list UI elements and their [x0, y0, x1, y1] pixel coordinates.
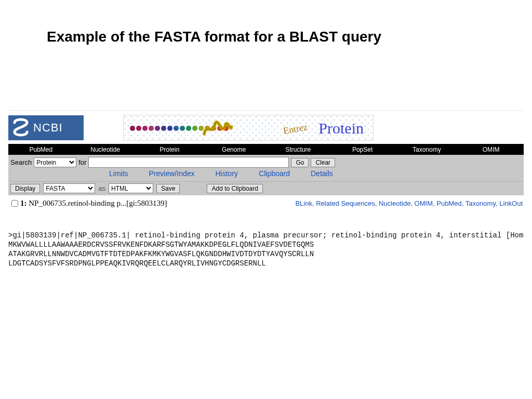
bead-icon [180, 126, 185, 131]
header-row: NCBI Entrez Protein [8, 111, 524, 144]
subnav-limits[interactable]: Limits [109, 169, 128, 178]
fasta-seq-line: ATAKGRVRLLNNWDVCADMVGTFTDTEDPAKFKMKYWGVA… [8, 250, 314, 258]
protein-ribbon-icon [202, 116, 233, 139]
bead-icon [130, 126, 135, 131]
display-button[interactable]: Display [10, 184, 40, 193]
result-title-accession: NP_006735. [29, 199, 68, 208]
render-select[interactable]: HTML [109, 183, 153, 193]
ncbi-logo-text: NCBI [33, 121, 63, 135]
primary-nav: PubMedNucleotideProteinGenomeStructurePo… [8, 144, 524, 155]
secondary-nav: LimitsPreview/IndexHistoryClipboardDetai… [10, 168, 522, 179]
display-bar: Display FASTA as HTML Save Add to Clipbo… [8, 181, 524, 195]
add-to-clipboard-button[interactable]: Add to Clipboard [207, 184, 262, 193]
go-button[interactable]: Go [291, 158, 309, 167]
result-checkbox[interactable] [11, 200, 18, 207]
subnav-clipboard[interactable]: Clipboard [259, 169, 290, 178]
result-link-blink[interactable]: BLink [295, 200, 312, 207]
bead-icon [186, 126, 191, 131]
subnav-history[interactable]: History [216, 169, 238, 178]
result-row: 1: NP_006735. retinol-binding p...[gi:58… [8, 195, 524, 211]
entrez-protein-banner: Entrez Protein [123, 115, 374, 141]
ncbi-logo[interactable]: NCBI [8, 115, 84, 140]
bead-icon [192, 126, 197, 131]
bead-icon [136, 126, 141, 131]
ncbi-page: NCBI Entrez Protein PubMedNucleotideProt… [8, 110, 524, 269]
nav-item-protein[interactable]: Protein [138, 145, 202, 154]
database-select[interactable]: Protein [34, 157, 76, 167]
bead-icon [155, 126, 160, 131]
result-index: 1: [20, 199, 27, 208]
nav-item-structure[interactable]: Structure [266, 145, 330, 154]
nav-item-pubmed[interactable]: PubMed [9, 145, 73, 154]
result-link-linkout[interactable]: LinkOut [499, 200, 523, 207]
bead-icon [149, 126, 154, 131]
bead-icon [142, 126, 148, 131]
result-link-nucleotide[interactable]: Nucleotide [379, 200, 410, 207]
nav-item-popset[interactable]: PopSet [330, 145, 395, 154]
fasta-seq-line: MKWVWALLLLAAWAAAERDCRVSSFRVKENFDKARFSGTW… [8, 241, 314, 249]
result-title-desc: retinol-binding p...[gi:5803139] [68, 199, 167, 208]
format-select[interactable]: FASTA [43, 183, 95, 193]
ncbi-s-icon [11, 117, 30, 138]
bead-icon [167, 126, 172, 131]
search-label: Search [10, 158, 32, 166]
result-links: BLink, Related Sequences, Nucleotide, OM… [295, 200, 523, 207]
fasta-seq-line: LDGTCADSYSFVFSRDPNGLPPEAQKIVRQRQEELCLARQ… [8, 259, 266, 268]
subnav-preview-index[interactable]: Preview/Index [149, 169, 195, 178]
result-link-pubmed[interactable]: PubMed [436, 200, 461, 207]
clear-button[interactable]: Clear [311, 158, 335, 167]
bead-icon [161, 126, 166, 131]
result-link-related-sequences[interactable]: Related Sequences [316, 200, 375, 207]
search-input[interactable] [88, 157, 289, 168]
nav-item-taxonomy[interactable]: Taxonomy [395, 145, 459, 154]
search-bar: Search Protein for Go Clear LimitsPrevie… [8, 155, 524, 181]
bead-icon [174, 126, 179, 131]
entrez-label: Entrez [283, 122, 309, 137]
for-label: for [78, 158, 86, 166]
nav-item-omim[interactable]: OMIM [459, 145, 523, 154]
result-link-omim[interactable]: OMIM [415, 200, 433, 207]
nav-item-genome[interactable]: Genome [202, 145, 266, 154]
result-link-taxonomy[interactable]: Taxonomy [466, 200, 496, 207]
subnav-details[interactable]: Details [311, 169, 333, 178]
nav-item-nucleotide[interactable]: Nucleotide [73, 145, 138, 154]
fasta-header-line: >gi|5803139|ref|NP_006735.1| retinol-bin… [8, 231, 523, 240]
slide-title: Example of the FASTA format for a BLAST … [47, 29, 381, 45]
protein-label: Protein [318, 119, 364, 137]
as-label: as [98, 184, 105, 192]
fasta-output: >gi|5803139|ref|NP_006735.1| retinol-bin… [8, 231, 524, 269]
save-button[interactable]: Save [156, 184, 180, 193]
